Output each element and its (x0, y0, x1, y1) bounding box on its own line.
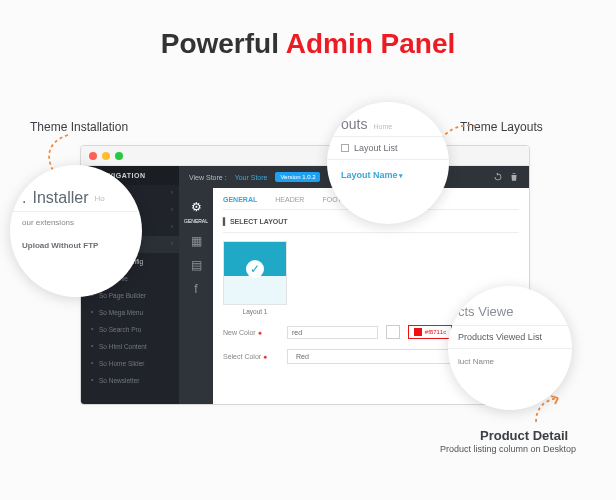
page-title: Powerful Admin Panel (0, 28, 616, 60)
tab-general[interactable]: GENERAL (223, 196, 257, 203)
tab-header[interactable]: HEADER (275, 196, 304, 203)
sidebar-item-so-home-slider[interactable]: So Home Slider (81, 355, 179, 372)
topbar-store-name[interactable]: Your Store (235, 174, 268, 181)
sidebar-item-so-newsletter[interactable]: So Newsletter (81, 372, 179, 389)
window-min-dot[interactable] (102, 152, 110, 160)
lens-product-detail: cts Viewe Products Viewed List luct Name (448, 286, 572, 410)
lens-layout-name-link[interactable]: Layout Name (327, 159, 449, 190)
page-title-black: Powerful (161, 28, 286, 59)
sidebar-item-so-html-content[interactable]: So Html Content (81, 338, 179, 355)
lens-installer-upload: Upload Without FTP (10, 233, 142, 254)
new-color-input[interactable] (287, 326, 378, 339)
lens-pd-name: luct Name (448, 348, 572, 374)
sidebar-item-so-mega-menu[interactable]: So Mega Menu (81, 304, 179, 321)
topbar-version-badge: Version 1.0.2 (275, 172, 320, 182)
delete-icon[interactable] (509, 172, 519, 182)
callout-theme-layouts: Theme Layouts (460, 120, 543, 134)
lens-pd-list: Products Viewed List (448, 325, 572, 348)
lens-installer-row: our extensions (10, 211, 142, 233)
layout-card-1[interactable]: ✓ Layout 1 (223, 241, 287, 315)
browser-bar (81, 146, 529, 166)
lens-installer: . Installer Ho our extensions Upload Wit… (10, 165, 142, 297)
label-select-color: Select Color ● (223, 353, 279, 360)
lens-layouts: outsHome Layout List Layout Name (327, 102, 449, 224)
window-max-dot[interactable] (115, 152, 123, 160)
callout-product-detail: Product Detail (480, 428, 568, 443)
product-icon[interactable]: ▦ (191, 234, 202, 248)
window-close-dot[interactable] (89, 152, 97, 160)
lens-layout-list: Layout List (327, 136, 449, 159)
color-swatch-code: #f8711c (408, 325, 452, 339)
layout-thumb: ✓ (223, 241, 287, 305)
topbar-viewstore-label: View Store : (189, 174, 227, 181)
refresh-icon[interactable] (493, 172, 503, 182)
sidebar-item-so-search-pro[interactable]: So Search Pro (81, 321, 179, 338)
rail-general-label: GENERAL (184, 218, 208, 224)
callout-product-detail-sub: Product listing column on Desktop (440, 444, 576, 454)
gear-icon[interactable]: ⚙ (191, 200, 202, 214)
layout-caption: Layout 1 (223, 308, 287, 315)
check-icon: ✓ (246, 260, 264, 278)
label-new-color: New Color ● (223, 329, 279, 336)
share-icon[interactable]: f (194, 282, 197, 296)
color-preview-icon[interactable] (386, 325, 400, 339)
callout-theme-installation: Theme Installation (30, 120, 128, 134)
page-icon[interactable]: ▤ (191, 258, 202, 272)
page-title-red: Admin Panel (286, 28, 456, 59)
settings-rail: ⚙ GENERAL ▦ ▤ f (179, 188, 213, 404)
